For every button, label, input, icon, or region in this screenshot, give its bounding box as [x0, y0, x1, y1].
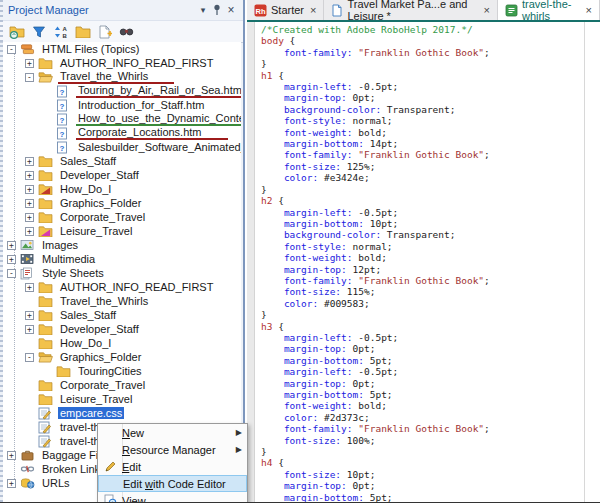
tree-item-corporate-travel[interactable]: Corporate_Travel [3, 378, 241, 392]
close-icon[interactable]: × [224, 3, 238, 17]
css-green-icon [505, 4, 518, 17]
pin-icon[interactable] [210, 3, 224, 17]
tree-item-empcare-css[interactable]: empcare.css [3, 406, 241, 420]
menu-item-resource-manager[interactable]: Resource Manager▶ [98, 441, 247, 458]
tree-item-graphics-folder[interactable]: -Graphics_Folder [3, 350, 241, 364]
code-line: font-family: "Franklin Gothic Book"; [261, 149, 584, 160]
tree-item-developer-staff[interactable]: +Developer_Staff [3, 322, 241, 336]
topic-icon: ? [56, 99, 72, 112]
books-icon [20, 43, 36, 56]
code-editor[interactable]: /*Created with Adobe RoboHelp 2017.*/bod… [255, 22, 584, 502]
code-line: margin-left: -0.5pt; [261, 366, 584, 377]
topic-icon: ? [56, 113, 72, 126]
tree-item-developer-staff[interactable]: +Developer_Staff [3, 168, 241, 182]
close-tab-icon[interactable]: × [310, 4, 316, 16]
tab-travel-the-whirls[interactable]: travel-the-whirls× [498, 0, 600, 20]
scrollbar-track[interactable] [584, 22, 600, 502]
code-line: /*Created with Adobe RoboHelp 2017.*/ [261, 24, 584, 35]
tree-item-introduction-for-staff-htm[interactable]: ?Introduction_for_Staff.htm [3, 98, 241, 112]
expand-icon[interactable]: + [25, 157, 34, 166]
tree-item-graphics-folder[interactable]: +Graphics_Folder [3, 196, 241, 210]
robohelp-icon: Rh [254, 4, 267, 17]
menu-item-edit[interactable]: Edit [98, 458, 247, 475]
folder-icon [38, 393, 54, 406]
tree-item-travel-the-whirls[interactable]: Travel_the_Whirls [3, 294, 241, 308]
svg-text:?: ? [60, 115, 65, 124]
expand-icon[interactable]: + [25, 185, 34, 194]
collapse-icon[interactable]: - [7, 45, 16, 54]
tree-item-images[interactable]: +Images [3, 238, 241, 252]
menu-item-new[interactable]: New▶ [98, 424, 247, 441]
expand-icon[interactable]: + [25, 199, 34, 208]
tree-item-sales-staff[interactable]: +Sales_Staff [3, 308, 241, 322]
tab-label: Travel Market Pa...e and Leisure * [347, 0, 477, 22]
new-folder-icon[interactable] [74, 23, 91, 40]
folder-icon [38, 169, 54, 182]
expand-icon[interactable]: + [25, 325, 34, 334]
tree-item-html-files-topics[interactable]: -HTML Files (Topics) [3, 42, 241, 56]
tree-item-leisure-travel[interactable]: Leisure_Travel [3, 392, 241, 406]
tree-item-corporate-locations-htm[interactable]: ?Corporate_Locations.htm [3, 126, 241, 140]
tree-item-touring-by-air-rail-or-sea-htm[interactable]: ?Touring_by_Air,_Rail_or_Sea.htm [3, 84, 241, 98]
tab-starter[interactable]: RhStarter× [247, 0, 324, 20]
expand-icon[interactable]: + [7, 241, 16, 250]
code-line: font-weight: bold; [261, 252, 584, 263]
tree-item-label: Leisure_Travel [58, 225, 134, 237]
multimedia-icon [20, 253, 36, 266]
menu-item-view[interactable]: View [98, 492, 247, 503]
menu-item-label: View [122, 495, 247, 503]
tree-item-salesbuilder-software-animated-tour-htm[interactable]: ?Salesbuilder_Software_Animated_Tour.htm [3, 140, 241, 154]
folder-pink-icon [38, 225, 54, 238]
tree-item-author-info-read-first[interactable]: +AUTHOR_INFO_READ_FIRST [3, 280, 241, 294]
project-manager-toolbar: AB [0, 20, 243, 43]
panel-title: Project Manager [8, 4, 89, 16]
menu-item-edit-with-code-editor[interactable]: Edit with Code Editor [98, 475, 247, 492]
collapse-icon[interactable]: - [7, 269, 16, 278]
tree-item-multimedia[interactable]: +Multimedia [3, 252, 241, 266]
tree-item-how-to-use-the-dynamic-content-filters-htm[interactable]: ?How_to_use_the_Dynamic_Content_Filters.… [3, 112, 241, 126]
tree-item-corporate-travel[interactable]: +Corporate_Travel [3, 210, 241, 224]
folder-icon [56, 365, 72, 378]
expand-icon[interactable]: + [25, 227, 34, 236]
close-tab-icon[interactable]: × [586, 4, 592, 16]
folder-icon [38, 281, 54, 294]
new-item-icon[interactable] [96, 23, 113, 40]
menu-down-icon[interactable]: ▾ [196, 3, 210, 17]
svg-text:A: A [62, 26, 67, 32]
expand-icon[interactable]: + [7, 451, 16, 460]
code-line: font-weight: bold; [261, 400, 584, 411]
tree-item-how-do-i[interactable]: How_Do_I [3, 336, 241, 350]
tree-item-style-sheets[interactable]: -Style Sheets [3, 266, 241, 280]
tree-item-touringcities[interactable]: TouringCities [3, 364, 241, 378]
code-line: color: #009583; [261, 298, 584, 309]
tree-item-leisure-travel[interactable]: +Leisure_Travel [3, 224, 241, 238]
expand-icon[interactable]: + [7, 479, 16, 488]
tree-item-author-info-read-first[interactable]: +AUTHOR_INFO_READ_FIRST [3, 56, 241, 70]
expand-icon[interactable]: + [25, 59, 34, 68]
menu-item-label: Edit with Code Editor [123, 478, 246, 490]
expand-icon[interactable]: + [25, 283, 34, 292]
collapse-icon[interactable]: - [25, 73, 34, 82]
sort-az-icon[interactable]: AB [52, 23, 69, 40]
folder-icon [38, 295, 54, 308]
tree-item-label: Corporate_Locations.htm [76, 126, 228, 140]
stylesheets-icon [20, 267, 36, 280]
code-line: margin-bottom: 14pt; [261, 138, 584, 149]
tab-travel-market-pa-e-and-leisure[interactable]: Travel Market Pa...e and Leisure *× [324, 0, 498, 20]
tree-item-travel-the-whirls[interactable]: -Travel_the_Whirls [3, 70, 241, 84]
filter-icon[interactable] [30, 23, 47, 40]
tab-label: travel-the-whirls [522, 0, 580, 22]
tree-item-how-do-i[interactable]: +How_Do_I [3, 182, 241, 196]
code-line: margin-top: 0pt; [261, 480, 584, 491]
code-line: background-color: Transparent; [261, 104, 584, 115]
project-sync-folder-icon[interactable] [8, 23, 25, 40]
code-line: h3 { [261, 321, 584, 332]
expand-icon[interactable]: + [25, 213, 34, 222]
tree-item-sales-staff[interactable]: +Sales_Staff [3, 154, 241, 168]
expand-icon[interactable]: + [7, 255, 16, 264]
find-icon[interactable] [118, 23, 135, 40]
close-tab-icon[interactable]: × [484, 4, 490, 16]
expand-icon[interactable]: + [25, 171, 34, 180]
collapse-icon[interactable]: - [25, 353, 34, 362]
expand-icon[interactable]: + [25, 311, 34, 320]
